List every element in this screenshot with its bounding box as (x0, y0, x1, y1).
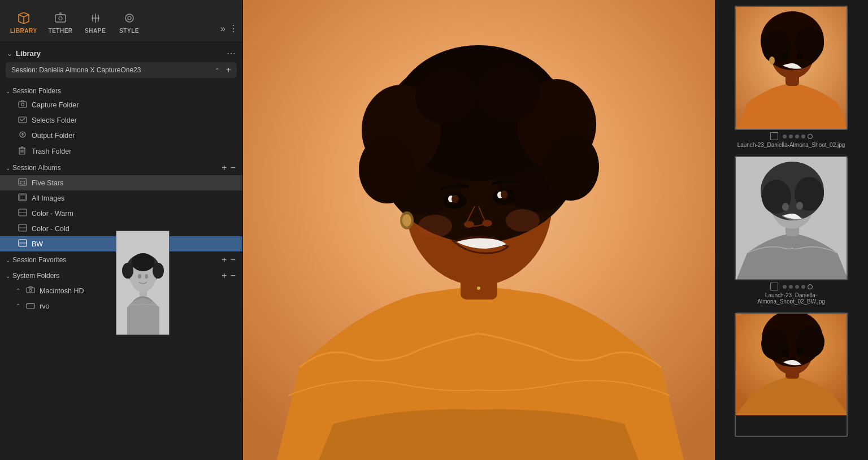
svg-point-29 (122, 263, 133, 279)
folder-trash[interactable]: Trash Folder (0, 143, 242, 159)
section-folders-chevron: ⌄ (6, 88, 10, 94)
svg-point-91 (796, 348, 803, 356)
system-remove-icon[interactable]: − (231, 271, 236, 281)
film-dot-2d (801, 285, 805, 289)
system-add-icon[interactable]: + (222, 271, 227, 281)
library-chevron-icon[interactable]: ⌄ (7, 50, 12, 58)
svg-point-31 (132, 253, 154, 271)
sidebar: LIBRARY TETHER SHAPE (0, 0, 243, 460)
color-warm-label: Color - Warm (32, 210, 236, 218)
film-thumb-1[interactable] (735, 6, 848, 130)
film-checkbox-2[interactable] (770, 283, 778, 290)
svg-point-7 (21, 103, 24, 106)
section-folders-label: Session Folders (12, 87, 236, 95)
albums-add-icon[interactable]: + (222, 163, 227, 173)
toolbar-shape-label: SHAPE (85, 28, 106, 34)
folder-capture[interactable]: Capture Folder (0, 97, 242, 112)
five-stars-icon (18, 178, 27, 188)
selects-folder-icon (18, 115, 27, 125)
macintosh-chevron: ⌃ (16, 288, 20, 294)
toolbar: LIBRARY TETHER SHAPE (0, 0, 242, 42)
toolbar-style[interactable]: STYLE (112, 10, 146, 36)
film-dot-1a (783, 134, 787, 138)
all-images-icon (18, 193, 27, 203)
favorites-remove-icon[interactable]: − (231, 255, 236, 265)
svg-point-32 (138, 274, 141, 279)
svg-point-5 (128, 16, 131, 20)
output-folder-label: Output Folder (32, 132, 236, 140)
shape-icon (89, 12, 102, 27)
film-thumb-3[interactable] (735, 313, 848, 437)
svg-point-90 (782, 349, 789, 357)
film-dot-1b (789, 134, 793, 138)
capture-folder-label: Capture Folder (32, 101, 236, 109)
section-favorites-chevron: ⌄ (6, 257, 10, 263)
svg-point-50 (478, 65, 540, 121)
favorites-add-icon[interactable]: + (222, 255, 227, 265)
toolbar-chevron-right[interactable]: » (220, 24, 225, 34)
session-chevron-icon: ⌃ (215, 67, 219, 73)
film-dot-2c (795, 285, 799, 289)
film-dot-2e (808, 284, 813, 289)
section-session-folders[interactable]: ⌄ Session Folders (0, 84, 242, 97)
film-dot-1e (808, 134, 813, 139)
svg-point-41 (477, 287, 480, 290)
album-all-images[interactable]: All Images (0, 190, 242, 206)
album-five-stars[interactable]: Five Stars (0, 175, 242, 190)
svg-point-65 (501, 190, 507, 198)
session-selector[interactable]: Session: Daniella Almona X CaptureOne23 … (6, 62, 237, 78)
toolbar-more: » ⋮ (220, 23, 238, 36)
library-options-icon[interactable]: ⋯ (227, 48, 236, 59)
film-dots-1 (770, 132, 813, 140)
film-item-3[interactable] (732, 313, 850, 437)
film-item-2[interactable]: Launch-23_Daniella-Almona_Shoot_02_BW.jp… (732, 156, 850, 305)
svg-point-4 (125, 14, 133, 22)
section-session-albums[interactable]: ⌄ Session Albums + − (0, 159, 242, 175)
folder-selects[interactable]: Selects Folder (0, 112, 242, 128)
svg-point-51 (359, 136, 415, 203)
color-warm-icon (18, 209, 27, 218)
rvo-icon (26, 301, 35, 311)
trash-folder-label: Trash Folder (32, 147, 236, 155)
film-item-1[interactable]: Launch-23_Daniella-Almona_Shoot_02.jpg (732, 6, 850, 148)
library-title: Library (16, 49, 223, 58)
album-color-warm[interactable]: Color - Warm (0, 206, 242, 221)
film-dot-1d (801, 134, 805, 138)
film-checkbox-1[interactable] (770, 132, 778, 140)
film-name-2: Launch-23_Daniella-Almona_Shoot_02_BW.jp… (732, 292, 850, 305)
style-icon (123, 12, 136, 27)
library-icon (18, 12, 30, 27)
svg-point-1 (60, 13, 62, 15)
toolbar-shape[interactable]: SHAPE (79, 10, 112, 36)
svg-point-73 (782, 53, 789, 60)
toolbar-tether[interactable]: TETHER (43, 10, 79, 36)
section-albums-label: Session Albums (12, 164, 219, 172)
toolbar-library[interactable]: LIBRARY (5, 10, 43, 36)
svg-point-52 (542, 133, 599, 201)
svg-rect-0 (55, 15, 66, 22)
folder-output[interactable]: Output Folder (0, 128, 242, 143)
svg-rect-37 (27, 303, 34, 309)
center-photo[interactable] (243, 0, 715, 460)
capture-folder-icon (18, 100, 27, 110)
session-add-icon[interactable]: + (226, 65, 231, 75)
session-name: Session: Daniella Almona X CaptureOne23 (11, 66, 211, 74)
svg-point-75 (769, 57, 775, 64)
svg-point-30 (153, 263, 164, 279)
section-system-chevron: ⌄ (6, 273, 10, 279)
toolbar-menu-dots[interactable]: ⋮ (229, 23, 238, 34)
svg-point-83 (796, 202, 803, 210)
section-albums-chevron: ⌄ (6, 165, 10, 171)
svg-point-36 (29, 289, 32, 292)
output-folder-icon (18, 131, 27, 140)
film-dot-2a (783, 285, 787, 289)
albums-remove-icon[interactable]: − (231, 163, 236, 173)
svg-point-60 (482, 220, 492, 227)
film-thumb-2[interactable] (735, 156, 848, 280)
svg-point-62 (402, 214, 411, 227)
svg-point-64 (506, 209, 540, 232)
svg-point-59 (464, 221, 474, 228)
library-header: ⌄ Library ⋯ (0, 42, 242, 62)
selects-folder-label: Selects Folder (32, 116, 236, 124)
svg-point-33 (145, 274, 148, 279)
